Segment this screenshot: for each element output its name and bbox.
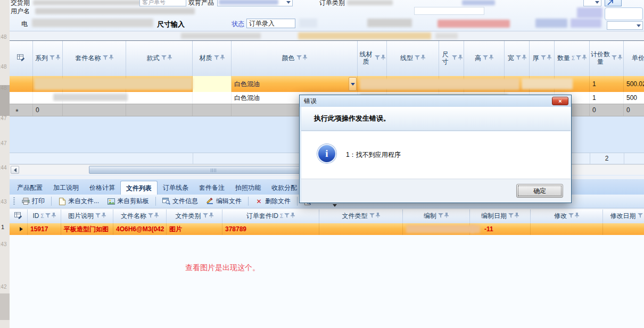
column-header-color[interactable]: 颜色 (232, 41, 358, 76)
toolbar-button-delete-file[interactable]: ✕删除文件 (252, 196, 293, 207)
tab-产品配置[interactable]: 产品配置 (12, 181, 48, 195)
grid-selector-icon[interactable] (14, 212, 22, 221)
column-header-file_type[interactable]: 文件类型 (319, 209, 403, 223)
filter-icon[interactable] (45, 213, 51, 220)
column-header-width[interactable]: 宽 (505, 41, 530, 76)
pin-icon[interactable] (421, 55, 425, 62)
pin-icon[interactable] (220, 55, 225, 62)
ok-button[interactable]: 确定 (516, 184, 563, 198)
filter-icon[interactable] (369, 213, 375, 220)
pin-icon[interactable] (52, 213, 56, 220)
cell-price_qty[interactable]: 1 (590, 92, 624, 104)
cell-pic_desc[interactable]: 平板造型门如图 (61, 223, 113, 235)
pin-icon[interactable] (458, 55, 463, 62)
toolbar-button-file-info[interactable]: 文件信息 (160, 196, 201, 207)
filter-icon[interactable] (576, 55, 581, 62)
column-header-height[interactable]: 高 (464, 41, 505, 76)
column-header-file_name[interactable]: 文件名称 (113, 209, 167, 223)
column-header-indicator[interactable] (10, 41, 33, 76)
column-header-material[interactable]: 材质 (193, 41, 232, 76)
pin-icon[interactable] (547, 55, 551, 62)
table-row[interactable]: 15917平板造型门如图4O6H6@M3(042图片378789-11 (10, 223, 644, 235)
cell-kit_name[interactable] (63, 104, 126, 116)
cell-file_type[interactable] (319, 223, 403, 235)
cell-style[interactable] (126, 104, 193, 116)
cell-unit_price[interactable]: 500.02 (624, 76, 644, 92)
cell-material[interactable] (193, 92, 232, 104)
chevron-down-icon[interactable] (286, 1, 291, 4)
filter-icon[interactable] (541, 55, 546, 62)
cell-material[interactable] (193, 76, 232, 92)
pin-icon[interactable] (168, 55, 172, 62)
bottom-right-combo[interactable] (607, 21, 643, 30)
pin-icon[interactable] (291, 213, 295, 220)
toolbar-overflow-icon[interactable] (333, 204, 337, 207)
cell-unit_price[interactable]: 0 (624, 104, 644, 116)
cell-style[interactable] (126, 92, 193, 104)
sum-icon[interactable]: Σ (280, 214, 283, 219)
tab-套件备注[interactable]: 套件备注 (194, 181, 230, 195)
cell-modifier[interactable] (531, 223, 603, 235)
customer-no-input[interactable]: 客户单号 (139, 0, 186, 6)
pin-icon[interactable] (515, 213, 519, 220)
tab-拍照功能[interactable]: 拍照功能 (230, 181, 266, 195)
pin-icon[interactable] (575, 213, 579, 220)
column-header-file_cat[interactable]: 文件类别 (167, 209, 222, 223)
status-value-input[interactable]: 订单录入 (246, 19, 295, 28)
filter-icon[interactable] (203, 213, 208, 220)
toolbar-button-edit-file[interactable]: 编辑文件 (203, 196, 244, 207)
pin-icon[interactable] (381, 55, 385, 62)
pin-icon[interactable] (489, 55, 493, 62)
chevron-down-icon[interactable] (637, 24, 641, 27)
cell-series[interactable]: 0 (33, 104, 63, 116)
filter-icon[interactable] (296, 55, 302, 62)
filter-icon[interactable] (568, 213, 574, 220)
filter-icon[interactable] (508, 213, 514, 220)
column-header-series[interactable]: 系列 (33, 41, 63, 76)
pin-icon[interactable] (102, 213, 106, 220)
cell-indicator[interactable] (10, 223, 28, 235)
column-header-thickness[interactable]: 厚 (530, 41, 555, 76)
top-right-combo[interactable] (583, 0, 601, 6)
filter-icon[interactable] (438, 213, 443, 220)
column-header-author_date[interactable]: 编制日期 (470, 209, 531, 223)
dropdown-button[interactable] (349, 77, 357, 91)
toolbar-button-from-clipboard[interactable]: 来自剪贴板 (104, 196, 152, 207)
filter-icon[interactable] (214, 55, 219, 62)
product-combo[interactable] (217, 0, 293, 6)
tab-文件列表[interactable]: 文件列表 (120, 181, 158, 195)
cell-material[interactable] (193, 104, 232, 116)
cell-modify_date[interactable] (603, 223, 644, 235)
filter-icon[interactable] (483, 55, 488, 62)
blurred-input[interactable] (414, 7, 484, 15)
pin-icon[interactable] (376, 213, 380, 220)
pin-icon[interactable] (522, 55, 526, 62)
filter-icon[interactable] (452, 55, 457, 62)
cell-price_qty[interactable]: 1 (590, 76, 624, 92)
cell-file_name[interactable]: 4O6H6@M3(042 (113, 223, 167, 235)
filter-icon[interactable] (103, 55, 108, 62)
column-header-line_type[interactable]: 线型 (387, 41, 439, 76)
cell-indicator[interactable] (10, 76, 33, 92)
tab-收款分配[interactable]: 收款分配 (266, 181, 302, 195)
pin-icon[interactable] (109, 55, 113, 62)
column-header-author[interactable]: 编制 (403, 209, 470, 223)
pin-icon[interactable] (303, 55, 307, 62)
filter-icon[interactable] (375, 55, 380, 62)
column-header-unit_price[interactable]: 单价 (624, 41, 644, 76)
column-header-style[interactable]: 款式 (126, 41, 193, 76)
filter-icon[interactable] (612, 55, 617, 62)
column-header-kit_name[interactable]: 套件名称 (63, 41, 126, 76)
column-header-line_material[interactable]: 线材质 (358, 41, 387, 76)
cell-indicator[interactable]: * (10, 104, 33, 116)
blurred-button[interactable] (299, 19, 317, 28)
toolbar-button-print[interactable]: 打印 (19, 196, 47, 207)
scroll-left-button[interactable] (11, 166, 19, 174)
grid-selector-icon[interactable] (17, 54, 25, 63)
column-header-pic_desc[interactable]: 图片说明 (61, 209, 113, 223)
pin-icon[interactable] (582, 55, 587, 62)
sum-icon[interactable]: Σ (40, 214, 44, 219)
filter-icon[interactable] (95, 213, 101, 220)
dialog-titlebar[interactable]: 错误 (300, 95, 571, 107)
filter-icon[interactable] (284, 213, 290, 220)
